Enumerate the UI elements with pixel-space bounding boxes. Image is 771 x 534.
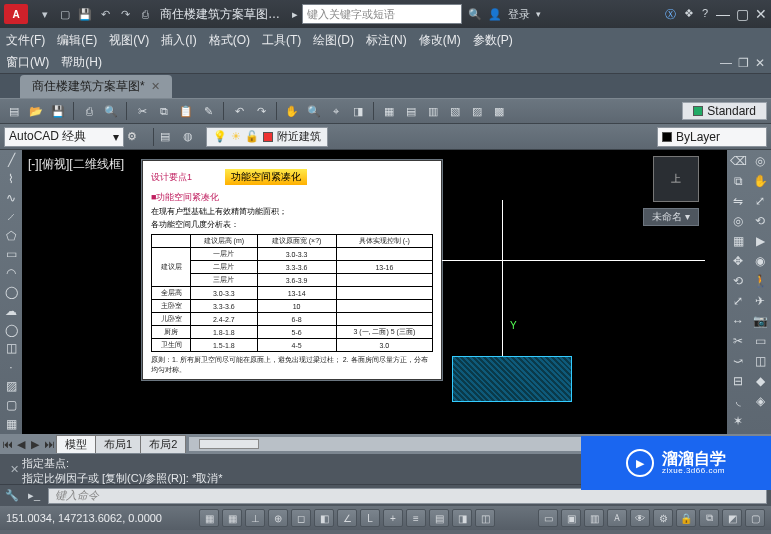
help-search-input[interactable]: 键入关键字或短语 bbox=[302, 4, 462, 24]
mat-icon[interactable]: ◈ bbox=[751, 392, 769, 410]
menu-view[interactable]: 视图(V) bbox=[109, 32, 149, 49]
cut-icon[interactable]: ✂ bbox=[132, 101, 152, 121]
menu-edit[interactable]: 编辑(E) bbox=[57, 32, 97, 49]
explode-icon[interactable]: ✶ bbox=[729, 412, 747, 430]
rectangle-icon[interactable]: ▭ bbox=[2, 246, 20, 263]
render-icon[interactable]: ◆ bbox=[751, 372, 769, 390]
tab-prev-icon[interactable]: ◀ bbox=[14, 438, 28, 451]
qat-open-icon[interactable]: ▢ bbox=[56, 5, 74, 23]
redo-icon[interactable]: ↷ bbox=[251, 101, 271, 121]
showmotion-icon[interactable]: ▶ bbox=[751, 232, 769, 250]
orbit-icon[interactable]: ⟲ bbox=[751, 212, 769, 230]
menu-help[interactable]: 帮助(H) bbox=[61, 54, 102, 71]
minimize-button[interactable]: — bbox=[716, 6, 730, 22]
annovis-icon[interactable]: 👁 bbox=[630, 509, 650, 527]
sc-toggle[interactable]: ◫ bbox=[475, 509, 495, 527]
block-icon[interactable]: ◫ bbox=[2, 340, 20, 357]
layer-states-icon[interactable]: ◍ bbox=[183, 130, 203, 143]
isolate-icon[interactable]: ◩ bbox=[722, 509, 742, 527]
offset-icon[interactable]: ◎ bbox=[729, 212, 747, 230]
qat-new-icon[interactable]: ▾ bbox=[36, 5, 54, 23]
qat-undo-icon[interactable]: ↶ bbox=[96, 5, 114, 23]
mdi-restore-button[interactable]: ❐ bbox=[738, 56, 749, 70]
erase-icon[interactable]: ⌫ bbox=[729, 152, 747, 170]
qat-redo-icon[interactable]: ↷ bbox=[116, 5, 134, 23]
hatch-icon[interactable]: ▨ bbox=[2, 378, 20, 395]
mirror-icon[interactable]: ⇋ bbox=[729, 192, 747, 210]
lwt-toggle[interactable]: ≡ bbox=[406, 509, 426, 527]
menu-draw[interactable]: 绘图(D) bbox=[313, 32, 354, 49]
signin-dropdown-icon[interactable]: ▾ bbox=[536, 9, 541, 19]
menu-tools[interactable]: 工具(T) bbox=[262, 32, 301, 49]
ducs-toggle[interactable]: L bbox=[360, 509, 380, 527]
title-dropdown-icon[interactable]: ▸ bbox=[292, 8, 298, 21]
mdi-minimize-button[interactable]: — bbox=[720, 56, 732, 70]
document-tab[interactable]: 商住楼建筑方案草图* ✕ bbox=[20, 75, 172, 98]
menu-modify[interactable]: 修改(M) bbox=[419, 32, 461, 49]
viewcube[interactable]: 上 bbox=[653, 156, 699, 202]
search-icon[interactable]: 🔍 bbox=[468, 8, 482, 21]
menu-insert[interactable]: 插入(I) bbox=[161, 32, 196, 49]
ws-switch-icon[interactable]: ⚙ bbox=[653, 509, 673, 527]
copy-icon[interactable]: ⧉ bbox=[154, 101, 174, 121]
mdi-close-button[interactable]: ✕ bbox=[755, 56, 765, 70]
layout-tab-2[interactable]: 布局2 bbox=[140, 435, 186, 453]
line-icon[interactable]: ╱ bbox=[2, 152, 20, 169]
ortho-toggle[interactable]: ⊥ bbox=[245, 509, 265, 527]
3dorbit-icon[interactable]: ◉ bbox=[751, 252, 769, 270]
ellipse-icon[interactable]: ◯ bbox=[2, 321, 20, 338]
help-icon[interactable]: ? bbox=[702, 7, 708, 22]
tp-icon[interactable]: ▥ bbox=[423, 101, 443, 121]
close-button[interactable]: ✕ bbox=[755, 6, 767, 22]
ole-embedded-image[interactable]: 设计要点1 功能空间紧凑化 ■功能空间紧凑化 在现有户型基础上有效精简功能面积；… bbox=[142, 160, 442, 380]
quick-view-layouts[interactable]: ▣ bbox=[561, 509, 581, 527]
pan-icon[interactable]: ✋ bbox=[282, 101, 302, 121]
zoom-ext-icon[interactable]: ⤢ bbox=[751, 192, 769, 210]
camera-icon[interactable]: 📷 bbox=[751, 312, 769, 330]
workspace-settings-icon[interactable]: ⚙ bbox=[127, 130, 147, 143]
qat-save-icon[interactable]: 💾 bbox=[76, 5, 94, 23]
open-icon[interactable]: 📂 bbox=[26, 101, 46, 121]
circle-icon[interactable]: ◯ bbox=[2, 284, 20, 301]
workspace-dropdown[interactable]: AutoCAD 经典 ▾ bbox=[4, 127, 124, 147]
menu-window[interactable]: 窗口(W) bbox=[6, 54, 49, 71]
preview-icon[interactable]: 🔍 bbox=[101, 101, 121, 121]
zoom-prev-icon[interactable]: ◨ bbox=[348, 101, 368, 121]
clean-screen-icon[interactable]: ▢ bbox=[745, 509, 765, 527]
array-icon[interactable]: ▦ bbox=[729, 232, 747, 250]
quick-view-drawings[interactable]: ▥ bbox=[584, 509, 604, 527]
tpy-toggle[interactable]: ▤ bbox=[429, 509, 449, 527]
spline-icon[interactable]: ∿ bbox=[2, 190, 20, 207]
a360-icon[interactable]: ❖ bbox=[684, 7, 694, 22]
hardware-accel-icon[interactable]: ⧉ bbox=[699, 509, 719, 527]
layout-tab-model[interactable]: 模型 bbox=[56, 435, 96, 453]
signin-label[interactable]: 登录 bbox=[508, 7, 530, 22]
3dosnap-toggle[interactable]: ◧ bbox=[314, 509, 334, 527]
qp-toggle[interactable]: ◨ bbox=[452, 509, 472, 527]
fillet-icon[interactable]: ◟ bbox=[729, 392, 747, 410]
xline-icon[interactable]: ⟋ bbox=[2, 208, 20, 225]
annoscale-icon[interactable]: Ａ bbox=[607, 509, 627, 527]
grid-toggle[interactable]: ▦ bbox=[222, 509, 242, 527]
save-icon[interactable]: 💾 bbox=[48, 101, 68, 121]
tab-close-icon[interactable]: ✕ bbox=[151, 80, 160, 93]
table-icon[interactable]: ▦ bbox=[2, 415, 20, 432]
properties-icon[interactable]: ▦ bbox=[379, 101, 399, 121]
text-style-dropdown[interactable]: Standard bbox=[682, 102, 767, 120]
viewport-label[interactable]: [-][俯视][二维线框] bbox=[28, 156, 124, 173]
region-icon[interactable]: ▢ bbox=[2, 396, 20, 413]
fly-icon[interactable]: ✈ bbox=[751, 292, 769, 310]
linetype-dropdown[interactable]: ByLayer bbox=[657, 127, 767, 147]
scale-icon[interactable]: ⤢ bbox=[729, 292, 747, 310]
polyline-icon[interactable]: ⌇ bbox=[2, 171, 20, 188]
otrack-toggle[interactable]: ∠ bbox=[337, 509, 357, 527]
cli-wrench-icon[interactable]: 🔧 bbox=[4, 489, 20, 502]
undo-icon[interactable]: ↶ bbox=[229, 101, 249, 121]
rotate-icon[interactable]: ⟲ bbox=[729, 272, 747, 290]
stretch-icon[interactable]: ↔ bbox=[729, 312, 747, 330]
snap-toggle[interactable]: ▦ bbox=[199, 509, 219, 527]
coordinate-readout[interactable]: 151.0034, 147213.6062, 0.0000 bbox=[6, 512, 196, 524]
new-icon[interactable]: ▤ bbox=[4, 101, 24, 121]
visual-icon[interactable]: ◫ bbox=[751, 352, 769, 370]
signin-icon[interactable]: 👤 bbox=[488, 8, 502, 21]
